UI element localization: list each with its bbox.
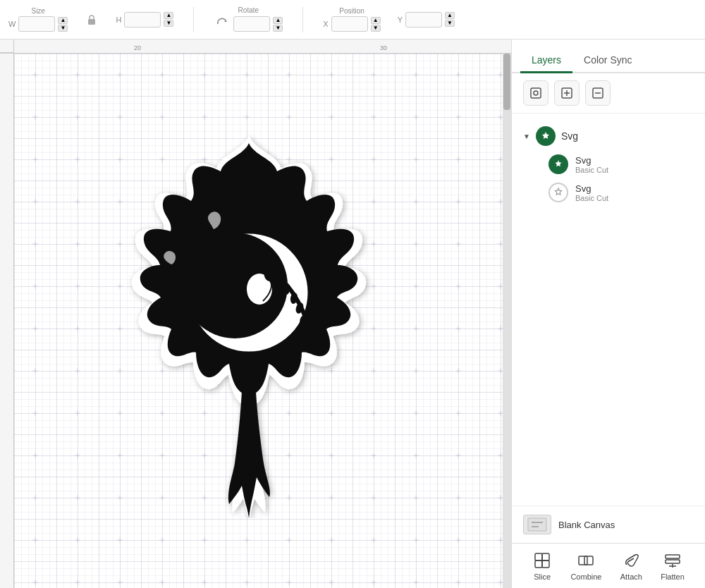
canvas-preview-icon <box>523 515 551 534</box>
panel-icon-btn-2[interactable] <box>554 80 580 106</box>
height-down[interactable]: ▼ <box>164 20 173 27</box>
scrollbar-thumb[interactable] <box>503 54 510 110</box>
x-input[interactable] <box>331 16 368 32</box>
svg-point-19 <box>283 283 290 295</box>
layer-item-name-1: Svg <box>575 155 608 166</box>
flatten-icon <box>663 551 682 570</box>
layer-group-header[interactable]: ▼ Svg <box>512 122 705 150</box>
y-label: Y <box>398 16 403 24</box>
flatten-button[interactable]: Flatten <box>654 546 692 585</box>
canvas-label: Blank Canvas <box>558 520 615 530</box>
divider1 <box>193 7 194 32</box>
width-up[interactable]: ▲ <box>58 17 68 24</box>
rotate-input[interactable] <box>233 16 270 32</box>
canvas-area[interactable]: 20 30 // ticks rendered via JS below <box>0 39 511 588</box>
rotate-down[interactable]: ▼ <box>273 25 283 32</box>
tab-color-sync[interactable]: Color Sync <box>572 49 643 73</box>
position-label: Position <box>339 7 364 15</box>
x-stepper[interactable]: ▲ ▼ <box>371 17 381 32</box>
tab-layers[interactable]: Layers <box>520 49 572 73</box>
slice-button[interactable]: Slice <box>525 546 559 585</box>
combine-button[interactable]: Combine <box>563 546 608 585</box>
chevron-down-icon: ▼ <box>523 133 530 140</box>
layer-group-icon <box>536 126 556 146</box>
combine-label: Combine <box>570 572 601 581</box>
slice-label: Slice <box>534 572 551 581</box>
ruler-mark-30: 30 <box>380 44 387 51</box>
canvas-grid[interactable] <box>14 54 503 588</box>
h-label: H <box>116 16 121 24</box>
panel-icon-btn-1[interactable] <box>523 80 548 106</box>
rotate-stepper[interactable]: ▲ ▼ <box>273 17 283 32</box>
top-toolbar: Size W ▲ ▼ H ▲ ▼ Rotate <box>0 0 705 39</box>
layer-group-svg: ▼ Svg Svg <box>512 119 705 209</box>
artwork-container[interactable] <box>80 123 418 518</box>
combine-icon <box>576 551 596 570</box>
ruler-mark-20: 20 <box>134 44 141 51</box>
layer-group-name: Svg <box>561 130 578 142</box>
width-down[interactable]: ▼ <box>58 25 68 32</box>
layer-item-icon-1 <box>548 154 568 174</box>
position-group: Position X ▲ ▼ <box>323 7 380 32</box>
main-area: 20 30 // ticks rendered via JS below <box>0 39 705 588</box>
width-stepper[interactable]: ▲ ▼ <box>58 17 68 32</box>
svg-point-13 <box>208 283 215 295</box>
layer-item-type-1: Basic Cut <box>575 166 608 174</box>
lock-icon[interactable] <box>85 14 99 25</box>
divider2 <box>302 7 303 32</box>
attach-button[interactable]: Attach <box>613 546 649 585</box>
svg-rect-32 <box>535 553 542 561</box>
panel-tabs: Layers Color Sync <box>512 39 705 73</box>
layer-item-2[interactable]: Svg Basic Cut <box>512 178 705 207</box>
rotate-up[interactable]: ▲ <box>273 17 283 24</box>
y-down[interactable]: ▼ <box>445 20 455 27</box>
layer-item-type-2: Basic Cut <box>575 194 608 202</box>
layer-item-1[interactable]: Svg Basic Cut <box>512 150 705 178</box>
svg-rect-35 <box>542 561 549 568</box>
svg-rect-22 <box>531 88 541 98</box>
layer-item-info-1: Svg Basic Cut <box>575 155 608 174</box>
slice-icon <box>532 551 552 570</box>
layers-list: ▼ Svg Svg <box>512 114 705 506</box>
svg-rect-0 <box>88 19 95 25</box>
svg-rect-29 <box>528 518 546 531</box>
svg-rect-38 <box>666 555 680 558</box>
svg-rect-33 <box>542 553 549 561</box>
canvas-indicator: Blank Canvas <box>512 506 705 543</box>
panel-toolbar <box>512 73 705 114</box>
w-label: W <box>8 20 16 28</box>
x-up[interactable]: ▲ <box>371 17 381 24</box>
x-down[interactable]: ▼ <box>371 25 381 32</box>
rotate-label: Rotate <box>238 6 259 14</box>
scrollbar-vertical[interactable] <box>503 54 511 588</box>
svg-point-23 <box>534 91 538 95</box>
rotate-group: Rotate ▲ ▼ <box>214 6 283 32</box>
layer-item-name-2: Svg <box>575 183 608 194</box>
width-input[interactable] <box>18 16 55 32</box>
panel-icon-btn-3[interactable] <box>585 80 611 106</box>
svg-rect-34 <box>535 561 542 568</box>
x-label: X <box>323 20 328 28</box>
artwork-svg <box>80 123 418 518</box>
height-group: H ▲ ▼ <box>116 12 173 27</box>
svg-rect-36 <box>579 556 587 565</box>
ruler-horizontal: 20 30 // ticks rendered via JS below <box>0 39 511 54</box>
size-label: Size <box>31 7 44 15</box>
size-group: Size W ▲ ▼ <box>8 7 68 32</box>
svg-rect-39 <box>666 560 680 563</box>
y-group: Y ▲ ▼ <box>398 12 455 27</box>
height-up[interactable]: ▲ <box>164 12 173 19</box>
height-input[interactable] <box>124 12 161 27</box>
y-up[interactable]: ▲ <box>445 12 455 19</box>
layer-item-icon-2 <box>548 183 568 202</box>
svg-rect-37 <box>584 556 593 565</box>
y-stepper[interactable]: ▲ ▼ <box>445 12 455 27</box>
flatten-label: Flatten <box>661 572 685 581</box>
ruler-vertical <box>0 54 14 588</box>
layer-item-info-2: Svg Basic Cut <box>575 183 608 202</box>
attach-icon <box>621 551 641 570</box>
height-stepper[interactable]: ▲ ▼ <box>164 12 173 27</box>
y-input[interactable] <box>405 12 442 27</box>
attach-label: Attach <box>620 572 642 581</box>
rotate-icon <box>214 16 231 32</box>
